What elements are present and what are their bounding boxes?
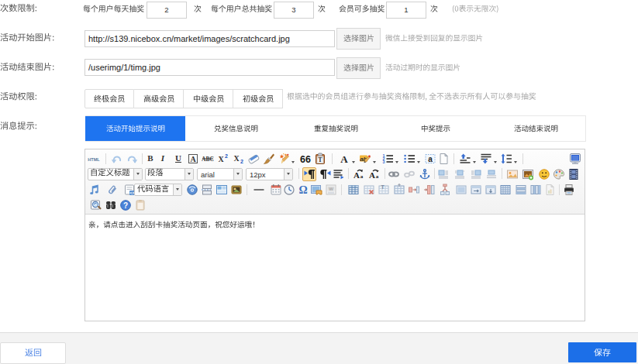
svg-text:X: X bbox=[218, 155, 224, 163]
svg-text:?: ? bbox=[123, 201, 128, 210]
svg-text:A: A bbox=[340, 153, 348, 165]
svg-text:A: A bbox=[353, 170, 360, 180]
svg-text:2: 2 bbox=[225, 153, 228, 159]
svg-text:Ω: Ω bbox=[298, 184, 307, 196]
svg-text:W: W bbox=[329, 187, 333, 191]
svg-text:a: a bbox=[360, 173, 364, 180]
svg-text:A: A bbox=[369, 170, 375, 180]
svg-text:HTML: HTML bbox=[88, 157, 100, 162]
svg-text:T: T bbox=[381, 184, 385, 190]
svg-text:A: A bbox=[190, 155, 196, 163]
svg-text:66: 66 bbox=[300, 154, 311, 165]
svg-text:2: 2 bbox=[240, 159, 243, 164]
svg-text:a: a bbox=[428, 155, 433, 163]
svg-text:T: T bbox=[318, 156, 322, 163]
svg-text:a: a bbox=[376, 173, 379, 180]
svg-text:X: X bbox=[233, 154, 240, 163]
svg-text:3: 3 bbox=[383, 160, 385, 164]
